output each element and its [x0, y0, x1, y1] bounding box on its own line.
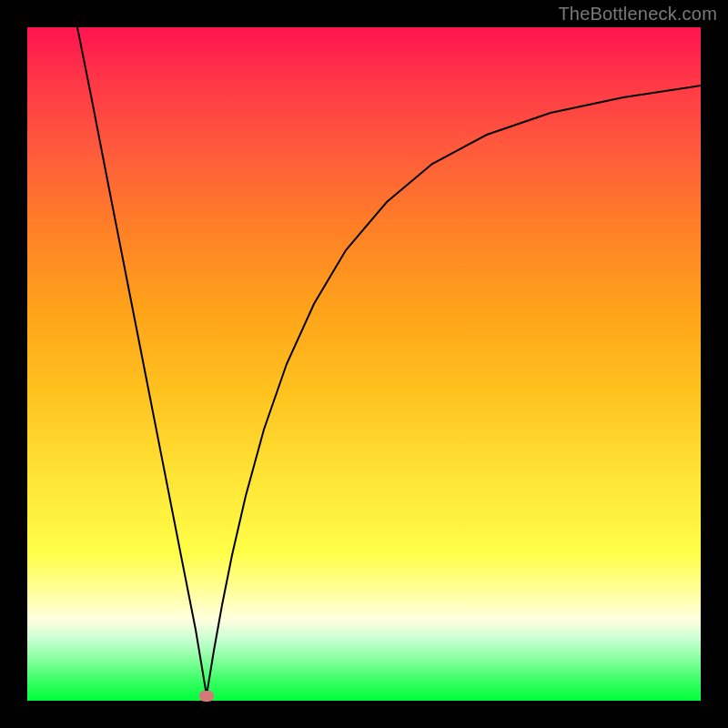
plot-area: [27, 27, 701, 701]
optimum-marker: [199, 691, 214, 702]
watermark-text: TheBottleneck.com: [558, 4, 717, 25]
chart-frame: TheBottleneck.com: [0, 0, 728, 728]
bottleneck-curve: [27, 27, 701, 701]
curve-path: [77, 27, 701, 695]
